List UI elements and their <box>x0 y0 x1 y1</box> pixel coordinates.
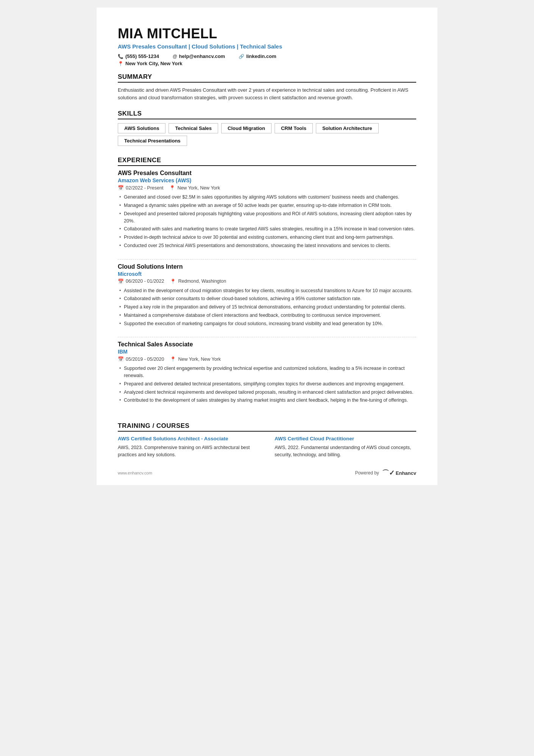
email-value: help@enhancv.com <box>179 53 225 59</box>
job-meta: 📅 05/2019 - 05/2020📍 New York, New York <box>118 356 416 362</box>
training-item-title: AWS Certified Cloud Practitioner <box>275 435 416 443</box>
contact-row: 📞 (555) 555-1234 @ help@enhancv.com 🔗 li… <box>118 53 416 59</box>
summary-section-title: SUMMARY <box>118 73 416 83</box>
job-bullet: Managed a dynamic sales pipeline with an… <box>118 202 416 209</box>
address-value: New York City, New York <box>125 61 183 66</box>
experience-section-title: EXPERIENCE <box>118 157 416 166</box>
job-bullet: Generated and closed over $2.5M in sales… <box>118 194 416 201</box>
training-item-title: AWS Certified Solutions Architect - Asso… <box>118 435 259 443</box>
phone-contact: 📞 (555) 555-1234 <box>118 53 159 59</box>
header-section: MIA MITCHELL AWS Presales Consultant | C… <box>118 26 416 66</box>
exp-entry: Cloud Solutions InternMicrosoft📅 06/2020… <box>118 263 416 338</box>
skill-tag: CRM Tools <box>275 123 313 133</box>
job-meta: 📅 06/2020 - 01/2022📍 Redmond, Washington <box>118 279 416 284</box>
calendar-icon: 📅 <box>118 185 124 191</box>
skills-row: AWS SolutionsTechnical SalesCloud Migrat… <box>118 123 416 148</box>
logo-icon: ⌒✓ <box>382 468 395 477</box>
summary-text: Enthusiastic and driven AWS Presales Con… <box>118 86 416 102</box>
candidate-title: AWS Presales Consultant | Cloud Solution… <box>118 43 416 50</box>
training-item: AWS Certified Cloud PractitionerAWS, 202… <box>275 435 416 458</box>
job-location: 📍 New York, New York <box>170 356 221 362</box>
job-title: AWS Presales Consultant <box>118 170 416 177</box>
skills-section: SKILLS AWS SolutionsTechnical SalesCloud… <box>118 110 416 148</box>
candidate-name: MIA MITCHELL <box>118 26 416 42</box>
exp-entry: Technical Sales AssociateIBM📅 05/2019 - … <box>118 341 416 414</box>
job-bullets: Generated and closed over $2.5M in sales… <box>118 194 416 249</box>
location-icon: 📍 <box>118 61 123 66</box>
training-item: AWS Certified Solutions Architect - Asso… <box>118 435 259 458</box>
job-bullet: Collaborated with senior consultants to … <box>118 295 416 302</box>
job-location: 📍 Redmond, Washington <box>170 279 226 284</box>
email-icon: @ <box>173 54 177 59</box>
powered-by-label: Powered by <box>355 470 379 476</box>
exp-entry: AWS Presales ConsultantAmazon Web Servic… <box>118 170 416 259</box>
resume-page: MIA MITCHELL AWS Presales Consultant | C… <box>97 8 437 485</box>
location-pin-icon: 📍 <box>170 356 176 362</box>
enhancv-logo: ⌒✓ Enhancv <box>382 468 416 477</box>
phone-value: (555) 555-1234 <box>125 53 159 59</box>
job-bullet: Supported over 20 client engagements by … <box>118 365 416 379</box>
skill-tag: Cloud Migration <box>221 123 272 133</box>
job-company: Amazon Web Services (AWS) <box>118 177 416 183</box>
footer-website: www.enhancv.com <box>118 471 152 475</box>
job-title: Cloud Solutions Intern <box>118 263 416 270</box>
job-company: Microsoft <box>118 271 416 277</box>
job-bullet: Developed and presented tailored proposa… <box>118 210 416 225</box>
job-location: 📍 New York, New York <box>169 185 220 191</box>
email-contact: @ help@enhancv.com <box>173 53 225 59</box>
job-date: 📅 06/2020 - 01/2022 <box>118 279 164 284</box>
address-row: 📍 New York City, New York <box>118 61 416 66</box>
job-bullet: Provided in-depth technical advice to ov… <box>118 234 416 241</box>
job-bullet: Collaborated with sales and marketing te… <box>118 225 416 233</box>
job-bullets: Supported over 20 client engagements by … <box>118 365 416 404</box>
job-date: 📅 02/2022 - Present <box>118 185 163 191</box>
calendar-icon: 📅 <box>118 279 124 284</box>
footer-brand: Powered by ⌒✓ Enhancv <box>355 468 416 477</box>
training-section-title: TRAINING / COURSES <box>118 422 416 432</box>
training-grid: AWS Certified Solutions Architect - Asso… <box>118 435 416 458</box>
job-bullet: Prepared and delivered detailed technica… <box>118 380 416 388</box>
job-meta: 📅 02/2022 - Present📍 New York, New York <box>118 185 416 191</box>
link-icon: 🔗 <box>239 54 244 59</box>
skills-section-title: SKILLS <box>118 110 416 119</box>
job-bullet: Conducted over 25 technical AWS presenta… <box>118 242 416 249</box>
skill-tag: Technical Presentations <box>118 136 187 146</box>
job-bullet: Supported the execution of marketing cam… <box>118 320 416 327</box>
skill-tag: Technical Sales <box>169 123 218 133</box>
job-bullets: Assisted in the development of cloud mig… <box>118 287 416 327</box>
calendar-icon: 📅 <box>118 356 124 362</box>
linkedin-value: linkedin.com <box>246 53 276 59</box>
job-title: Technical Sales Associate <box>118 341 416 348</box>
linkedin-contact: 🔗 linkedin.com <box>239 53 276 59</box>
phone-icon: 📞 <box>118 54 123 59</box>
job-bullet: Analyzed client technical requirements a… <box>118 389 416 396</box>
location-pin-icon: 📍 <box>170 279 176 284</box>
job-bullet: Maintained a comprehensive database of c… <box>118 312 416 319</box>
location-pin-icon: 📍 <box>169 185 175 191</box>
job-bullet: Played a key role in the preparation and… <box>118 304 416 311</box>
training-item-desc: AWS, 2023. Comprehensive training on AWS… <box>118 444 259 459</box>
job-company: IBM <box>118 349 416 355</box>
page-footer: www.enhancv.com Powered by ⌒✓ Enhancv <box>118 468 416 477</box>
job-bullet: Contributed to the development of sales … <box>118 397 416 404</box>
experience-section: EXPERIENCE AWS Presales ConsultantAmazon… <box>118 157 416 414</box>
job-bullet: Assisted in the development of cloud mig… <box>118 287 416 294</box>
training-section: TRAINING / COURSES AWS Certified Solutio… <box>118 422 416 458</box>
training-item-desc: AWS, 2022. Fundamental understanding of … <box>275 444 416 459</box>
summary-section: SUMMARY Enthusiastic and driven AWS Pres… <box>118 73 416 102</box>
skill-tag: AWS Solutions <box>118 123 166 133</box>
job-date: 📅 05/2019 - 05/2020 <box>118 356 164 362</box>
skill-tag: Solution Architecture <box>316 123 379 133</box>
brand-name: Enhancv <box>396 470 416 476</box>
